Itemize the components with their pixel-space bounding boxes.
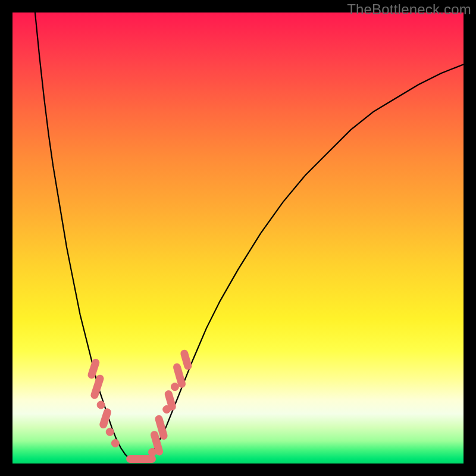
plot-area [12,12,464,464]
marker-pill [126,455,156,463]
watermark-text: TheBottleneck.com [347,1,471,18]
chart-frame: TheBottleneck.com [0,0,476,476]
marker-dot [97,401,105,409]
curve-right [148,64,464,459]
marker-dot [111,439,119,447]
marker-dot [171,383,178,391]
curve-group [35,12,464,461]
marker-pill [99,408,112,430]
marker-dot [106,428,114,436]
chart-svg [12,12,464,464]
marker-pill [180,349,193,371]
curve-left [35,12,130,459]
marker-group [87,349,193,463]
